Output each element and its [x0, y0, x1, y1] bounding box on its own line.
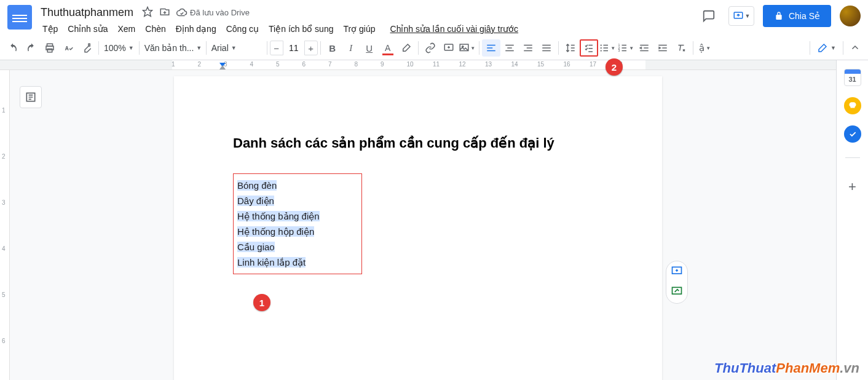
align-left-button[interactable]	[482, 39, 500, 57]
font-dropdown[interactable]: Arial▼	[209, 40, 264, 56]
account-avatar[interactable]	[840, 6, 861, 26]
menu-bar: Tệp Chỉnh sửa Xem Chèn Định dạng Công cụ…	[38, 22, 698, 36]
menu-edit[interactable]: Chỉnh sửa	[63, 22, 112, 36]
document-title[interactable]: Thuthuatphanmem	[38, 5, 136, 20]
menu-help[interactable]: Trợ giúp	[339, 22, 379, 36]
menu-tools[interactable]: Công cụ	[222, 22, 263, 36]
increase-indent-button[interactable]	[653, 39, 672, 57]
menu-insert[interactable]: Chèn	[141, 22, 170, 36]
svg-point-10	[601, 50, 602, 51]
add-comment-icon[interactable]	[671, 265, 683, 279]
toolbar: 100%▼ Văn bản th...▼ Arial▼ − 11 + B I U…	[4, 36, 864, 60]
star-icon[interactable]	[142, 6, 153, 19]
list-item[interactable]: Linh kiện lắp đặt	[237, 257, 306, 267]
outline-toggle[interactable]	[20, 86, 42, 108]
watermark: ThuThuatPhanMem.vn	[714, 360, 859, 376]
comments-history-icon[interactable]	[698, 5, 720, 27]
calendar-app-icon[interactable]: 31	[844, 69, 861, 86]
italic-button[interactable]: I	[342, 39, 360, 57]
text-color-button[interactable]: A	[379, 39, 397, 57]
numbered-list-button[interactable]: 123▼	[617, 39, 635, 57]
checklist-button[interactable]	[580, 39, 598, 57]
vertical-ruler[interactable]: 123456	[0, 70, 10, 380]
redo-button[interactable]	[22, 39, 41, 57]
annotation-badge-1: 1	[253, 294, 270, 311]
insert-image-button[interactable]: ▼	[458, 39, 476, 57]
font-size-value[interactable]: 11	[283, 41, 304, 55]
paragraph-style-dropdown[interactable]: Văn bản th...▼	[142, 40, 203, 56]
share-button[interactable]: Chia Sẻ	[763, 5, 831, 27]
zoom-dropdown[interactable]: 100%▼	[101, 40, 136, 56]
insert-link-button[interactable]	[421, 39, 440, 57]
menu-file[interactable]: Tệp	[38, 22, 62, 36]
selected-text-block: Bóng đèn Dây điện Hệ thống bảng điện Hệ …	[233, 173, 362, 274]
header-bar: Thuthuatphanmem Đã lưu vào Drive Tệp Chỉ…	[0, 0, 868, 36]
hide-menus-button[interactable]	[846, 39, 864, 57]
menu-addons[interactable]: Tiện ích bổ sung	[264, 22, 337, 36]
docs-logo[interactable]	[7, 5, 32, 30]
keep-app-icon[interactable]	[844, 97, 861, 114]
svg-marker-0	[143, 7, 152, 17]
spellcheck-button[interactable]	[59, 39, 77, 57]
align-justify-button[interactable]	[537, 39, 556, 57]
cloud-saved-status: Đã lưu vào Drive	[176, 7, 250, 18]
tasks-app-icon[interactable]	[844, 125, 861, 143]
clear-formatting-button[interactable]	[672, 39, 690, 57]
document-heading: Danh sách các sản phẩm cần cung cấp đến …	[233, 135, 603, 151]
menu-view[interactable]: Xem	[114, 22, 140, 36]
bulleted-list-button[interactable]: ▼	[598, 39, 617, 57]
last-edit-link[interactable]: Chỉnh sửa lần cuối vài giây trước	[386, 22, 523, 36]
highlight-color-button[interactable]	[397, 39, 416, 57]
insert-comment-button[interactable]	[440, 39, 458, 57]
align-center-button[interactable]	[500, 39, 519, 57]
list-item[interactable]: Bóng đèn	[237, 180, 277, 191]
svg-point-9	[601, 47, 602, 49]
suggest-edits-icon[interactable]	[671, 285, 683, 299]
annotation-badge-2: 2	[606, 58, 623, 76]
input-tools-button[interactable]: ậ▼	[696, 39, 714, 57]
document-canvas[interactable]: 123456789101112131415161718 123456 Danh …	[0, 60, 836, 380]
list-item[interactable]: Hệ thống bảng điện	[237, 211, 320, 221]
horizontal-ruler[interactable]: 123456789101112131415161718	[0, 60, 836, 70]
decrease-indent-button[interactable]	[635, 39, 653, 57]
print-button[interactable]	[41, 39, 59, 57]
align-right-button[interactable]	[519, 39, 537, 57]
move-icon[interactable]	[159, 6, 170, 19]
undo-button[interactable]	[4, 39, 22, 57]
line-spacing-button[interactable]	[561, 39, 580, 57]
font-size-decrease[interactable]: −	[270, 41, 283, 55]
floating-comment-tools	[666, 261, 688, 304]
bold-button[interactable]: B	[323, 39, 342, 57]
svg-text:3: 3	[618, 49, 620, 52]
list-item[interactable]: Dây điện	[237, 196, 274, 206]
menu-format[interactable]: Định dạng	[172, 22, 221, 36]
editing-mode-button[interactable]: ▼	[813, 41, 840, 55]
document-page[interactable]: Danh sách các sản phẩm cần cung cấp đến …	[174, 76, 662, 380]
underline-button[interactable]: U	[360, 39, 379, 57]
present-button[interactable]: ▼	[728, 6, 754, 26]
list-item[interactable]: Cầu giao	[237, 242, 275, 252]
font-size-increase[interactable]: +	[304, 41, 318, 55]
paint-format-button[interactable]	[77, 39, 96, 57]
list-item[interactable]: Hệ thống hộp điện	[237, 226, 314, 237]
svg-point-8	[601, 44, 602, 46]
side-panel: 31 +	[836, 60, 868, 380]
get-addons-icon[interactable]: +	[848, 179, 856, 195]
svg-rect-16	[673, 287, 682, 294]
